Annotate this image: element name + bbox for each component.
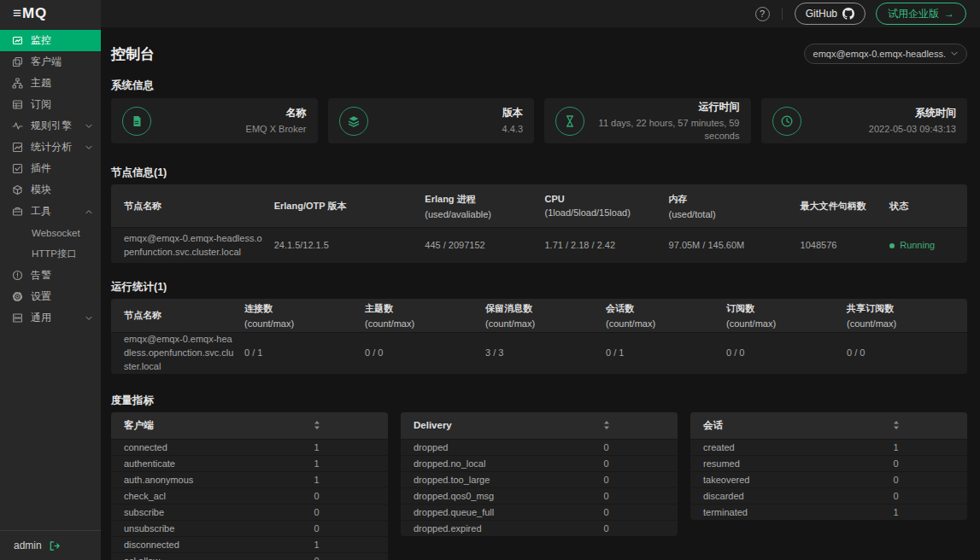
section-heading-metrics: 度量指标 bbox=[111, 394, 967, 408]
run-stats-table: 节点名称 连接数(count/max) 主题数(count/max) 保留消息数… bbox=[111, 299, 967, 374]
sidebar-item-topics[interactable]: 主题 bbox=[0, 73, 101, 94]
metric-row: check_acl 0 bbox=[111, 487, 388, 504]
metric-value: 1 bbox=[893, 442, 967, 452]
metric-row: dropped.too_large 0 bbox=[401, 471, 678, 487]
sort-icon[interactable] bbox=[893, 421, 900, 429]
metric-value: 0 bbox=[603, 475, 678, 485]
metric-name: takeovered bbox=[703, 475, 893, 485]
metric-name: auth.anonymous bbox=[124, 475, 314, 485]
metric-value: 0 bbox=[603, 523, 678, 534]
sidebar-item-label: 告警 bbox=[31, 268, 51, 283]
rule-engine-icon bbox=[12, 120, 23, 131]
help-button[interactable]: ? bbox=[755, 7, 770, 21]
briefcase-icon bbox=[12, 206, 23, 217]
sidebar-item-monitoring[interactable]: 监控 bbox=[0, 30, 101, 51]
sidebar-item-tools[interactable]: 工具 bbox=[0, 201, 101, 222]
metric-name: dropped.qos0_msg bbox=[414, 491, 603, 501]
stat-value: 3 / 3 bbox=[485, 333, 606, 374]
metrics-table-header: 会话 bbox=[690, 412, 967, 439]
metric-value: 1 bbox=[314, 442, 388, 452]
trial-enterprise-button[interactable]: 试用企业版 → bbox=[876, 3, 966, 25]
sidebar-item-modules[interactable]: 模块 bbox=[0, 179, 101, 201]
modules-icon bbox=[12, 184, 23, 195]
metric-value: 0 bbox=[314, 491, 388, 501]
table-row: emqx@emqx-0.emqx-headless.openfunction.s… bbox=[111, 227, 967, 263]
system-card-name: 名称 EMQ X Broker bbox=[111, 98, 318, 143]
node-status-badge: Running bbox=[889, 228, 967, 263]
sidebar-item-label: 工具 bbox=[31, 204, 51, 219]
metric-row: dropped.qos0_msg 0 bbox=[401, 487, 678, 504]
erlang-processes: 445 / 2097152 bbox=[425, 228, 544, 263]
sidebar-item-plugins[interactable]: 插件 bbox=[0, 158, 101, 179]
sidebar-item-label: 主题 bbox=[31, 76, 51, 90]
table-row: emqx@emqx-0.emqx-headless.openfunction.s… bbox=[111, 332, 967, 374]
sidebar: 监控 客户端 主题 订阅 规则引擎 统计分析 插件 bbox=[0, 27, 101, 560]
metric-row: discarded 0 bbox=[690, 487, 967, 504]
card-label: 运行时间 bbox=[584, 100, 740, 114]
sidebar-item-label: 监控 bbox=[31, 33, 51, 48]
metrics-table-clients: 客户端 connected 1 authenticate 1 bbox=[111, 412, 388, 560]
stat-value: 0 / 0 bbox=[726, 333, 847, 374]
sidebar-item-general[interactable]: 通用 bbox=[0, 307, 101, 329]
sidebar-item-websocket[interactable]: Websocket bbox=[0, 222, 101, 243]
table-header-row: 节点名称 Erlang/OTP 版本 Erlang 进程(used/avalia… bbox=[111, 184, 967, 227]
github-button[interactable]: GitHub bbox=[795, 3, 866, 25]
metric-name: connected bbox=[124, 442, 314, 452]
system-card-uptime: 运行时间 11 days, 22 hours, 57 minutes, 59 s… bbox=[544, 98, 751, 143]
sidebar-item-label: 通用 bbox=[31, 311, 51, 325]
sidebar-item-label: 统计分析 bbox=[31, 140, 72, 155]
chevron-down-icon bbox=[951, 51, 958, 56]
stat-value: 0 / 0 bbox=[847, 333, 967, 374]
stat-value: 0 / 1 bbox=[244, 333, 365, 374]
hourglass-icon bbox=[562, 114, 578, 129]
question-mark-icon: ? bbox=[760, 9, 765, 19]
clients-icon bbox=[12, 56, 23, 67]
metric-name: resumed bbox=[703, 458, 893, 469]
sidebar-item-subscriptions[interactable]: 订阅 bbox=[0, 94, 101, 115]
sidebar-item-clients[interactable]: 客户端 bbox=[0, 51, 101, 73]
sidebar-item-settings[interactable]: 设置 bbox=[0, 286, 101, 307]
sidebar-item-http-api[interactable]: HTTP接口 bbox=[0, 243, 101, 265]
logout-icon[interactable] bbox=[49, 540, 60, 551]
chevron-down-icon bbox=[85, 124, 92, 129]
metric-name: dropped bbox=[414, 442, 603, 452]
metric-row: resumed 0 bbox=[690, 455, 967, 471]
chevron-down-icon bbox=[85, 316, 92, 321]
metric-row: dropped.queue_full 0 bbox=[401, 504, 678, 520]
sidebar-item-rule-engine[interactable]: 规则引擎 bbox=[0, 115, 101, 137]
card-value: 2022-05-03 09:43:13 bbox=[801, 123, 957, 135]
sidebar-item-analytics[interactable]: 统计分析 bbox=[0, 137, 101, 158]
metric-row: authenticate 1 bbox=[111, 455, 388, 471]
stat-value: 0 / 1 bbox=[606, 333, 726, 374]
metric-value: 0 bbox=[603, 507, 678, 517]
metric-name: acl.allow bbox=[124, 556, 314, 560]
metrics-table-sessions: 会话 created 1 resumed 0 takeo bbox=[690, 412, 967, 520]
sidebar-item-alarms[interactable]: 告警 bbox=[0, 265, 101, 286]
node-selector-dropdown[interactable]: emqx@emqx-0.emqx-headless. bbox=[804, 44, 967, 64]
layers-icon bbox=[346, 114, 361, 129]
stat-value: 0 / 0 bbox=[365, 333, 485, 374]
page-title: 控制台 bbox=[111, 44, 155, 64]
metric-value: 0 bbox=[603, 442, 678, 452]
metric-row: subscribe 0 bbox=[111, 504, 388, 520]
metric-value: 1 bbox=[314, 475, 388, 485]
analytics-icon bbox=[12, 142, 23, 153]
metric-name: dropped.too_large bbox=[414, 475, 603, 485]
sidebar-item-label: 客户端 bbox=[31, 55, 62, 69]
metric-row: unsubscribe 0 bbox=[111, 520, 388, 536]
metric-row: dropped.no_local 0 bbox=[401, 455, 678, 471]
sort-icon[interactable] bbox=[314, 421, 320, 429]
metric-value: 0 bbox=[603, 458, 678, 469]
metric-value: 0 bbox=[314, 507, 388, 517]
section-heading-node-info: 节点信息(1) bbox=[111, 166, 967, 180]
card-label: 系统时间 bbox=[801, 106, 957, 120]
sort-icon[interactable] bbox=[603, 421, 610, 429]
system-card-version: 版本 4.4.3 bbox=[328, 98, 535, 143]
metric-value: 0 bbox=[893, 491, 967, 501]
server-stack-icon bbox=[12, 312, 23, 324]
metric-value: 1 bbox=[314, 458, 388, 469]
metric-name: authenticate bbox=[124, 458, 314, 469]
card-value: 11 days, 22 hours, 57 minutes, 59 second… bbox=[584, 117, 740, 142]
metric-value: 0 bbox=[893, 475, 967, 485]
metric-name: terminated bbox=[703, 507, 893, 517]
